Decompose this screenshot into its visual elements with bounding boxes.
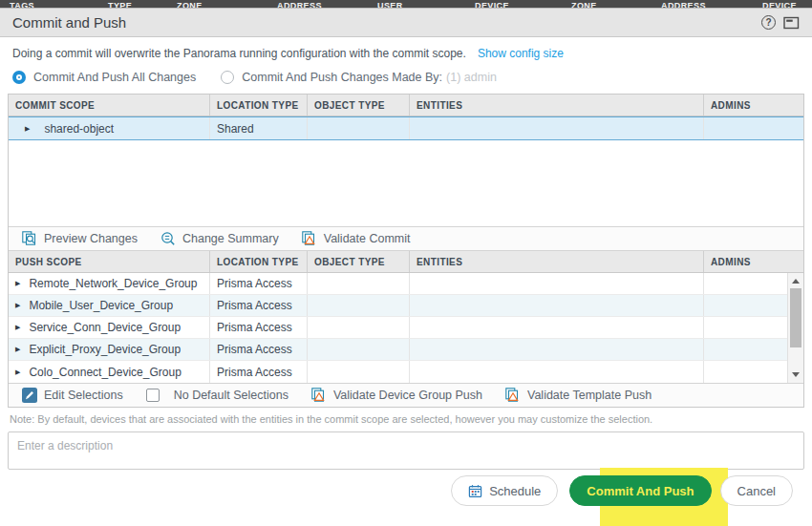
dialog-titlebar: Commit and Push ? bbox=[0, 9, 812, 37]
commit-scope-entities bbox=[409, 117, 703, 139]
window-restore-icon[interactable] bbox=[783, 16, 800, 30]
background-table-header: TAGS TYPE ZONE ADDRESS USER DEVICE ZONE … bbox=[0, 0, 812, 8]
dialog-title: Commit and Push bbox=[12, 14, 126, 31]
validate-device-group-push-icon bbox=[311, 388, 327, 403]
push-table-header: PUSH SCOPE LOCATION TYPE OBJECT TYPE ENT… bbox=[9, 251, 803, 273]
radio-commit-all-label: Commit And Push All Changes bbox=[33, 71, 196, 84]
table-row[interactable]: ▶Service_Conn_Device_Group Prisma Access bbox=[9, 317, 787, 339]
radio-unselected-icon[interactable] bbox=[221, 71, 234, 84]
push-table-body: ▶Remote_Network_Device_Group Prisma Acce… bbox=[9, 273, 803, 383]
note-text: Note: By default, devices that are assoc… bbox=[10, 413, 802, 425]
commit-col-location: LOCATION TYPE bbox=[209, 95, 307, 116]
bg-col-address: ADDRESS bbox=[277, 1, 322, 8]
radio-commit-by-detail: (1) admin bbox=[446, 71, 497, 84]
push-col-scope: PUSH SCOPE bbox=[9, 251, 209, 272]
expand-arrow-icon[interactable]: ▶ bbox=[15, 302, 20, 309]
commit-col-entities: ENTITIES bbox=[409, 95, 703, 116]
edit-pencil-icon bbox=[22, 388, 37, 403]
commit-scope-location: Shared bbox=[209, 117, 307, 139]
commit-and-push-button[interactable]: Commit And Push bbox=[569, 475, 711, 506]
bg-col-device: DEVICE bbox=[475, 1, 509, 8]
expand-arrow-icon[interactable]: ▶ bbox=[15, 280, 20, 287]
commit-table-header: COMMIT SCOPE LOCATION TYPE OBJECT TYPE E… bbox=[9, 95, 803, 116]
intro-text: Doing a commit will overwrite the Panora… bbox=[12, 47, 466, 60]
no-default-selections-option[interactable]: No Default Selections bbox=[146, 389, 288, 402]
table-row[interactable]: ▶Remote_Network_Device_Group Prisma Acce… bbox=[9, 273, 787, 295]
validate-template-push-button[interactable]: Validate Template Push bbox=[505, 388, 652, 403]
bg-col-user: USER bbox=[377, 1, 403, 8]
cancel-button[interactable]: Cancel bbox=[720, 475, 793, 506]
push-toolbar: Edit Selections No Default Selections Va… bbox=[9, 383, 803, 407]
commit-col-scope: COMMIT SCOPE bbox=[9, 95, 209, 116]
description-input[interactable] bbox=[8, 431, 804, 470]
radio-commit-by-label: Commit And Push Changes Made By: bbox=[242, 71, 442, 84]
change-summary-icon bbox=[160, 231, 176, 246]
bg-col-zone2: ZONE bbox=[571, 1, 597, 8]
commit-scope-object-type bbox=[307, 117, 409, 139]
vertical-scrollbar[interactable] bbox=[787, 273, 803, 383]
help-icon[interactable]: ? bbox=[761, 15, 776, 30]
validate-template-push-icon bbox=[505, 388, 521, 403]
expand-arrow-icon[interactable]: ▶ bbox=[15, 346, 20, 353]
validate-commit-icon bbox=[302, 231, 317, 246]
change-summary-button[interactable]: Change Summary bbox=[160, 231, 279, 246]
radio-selected-icon[interactable] bbox=[12, 71, 26, 84]
commit-scope-admins bbox=[703, 117, 803, 139]
bg-col-zone: ZONE bbox=[177, 1, 203, 8]
commit-and-push-dialog: Commit and Push ? Doing a commit will ov… bbox=[0, 8, 812, 526]
scrollbar-thumb[interactable] bbox=[790, 288, 801, 347]
radio-commit-by[interactable]: Commit And Push Changes Made By: (1) adm… bbox=[221, 71, 497, 84]
commit-scope-name: shared-object bbox=[44, 122, 114, 136]
expand-arrow-icon[interactable]: ▶ bbox=[25, 125, 30, 133]
commit-toolbar: Preview Changes Change Summary bbox=[9, 226, 803, 251]
table-row[interactable]: ▶Colo_Connect_Device_Group Prisma Access bbox=[9, 361, 787, 383]
table-row[interactable]: ▶ shared-object Shared bbox=[9, 116, 803, 140]
table-row[interactable]: ▶Explicit_Proxy_Device_Group Prisma Acce… bbox=[9, 339, 787, 361]
validate-commit-button[interactable]: Validate Commit bbox=[302, 231, 411, 246]
commit-col-object: OBJECT TYPE bbox=[307, 95, 409, 116]
push-col-entities: ENTITIES bbox=[409, 251, 703, 272]
preview-changes-icon bbox=[22, 231, 37, 246]
radio-commit-all[interactable]: Commit And Push All Changes bbox=[12, 71, 196, 84]
expand-arrow-icon[interactable]: ▶ bbox=[15, 368, 20, 376]
bg-col-tags: TAGS bbox=[10, 1, 34, 8]
no-default-selections-checkbox[interactable] bbox=[146, 389, 160, 402]
schedule-button[interactable]: Schedule bbox=[451, 475, 558, 506]
edit-selections-button[interactable]: Edit Selections bbox=[22, 388, 123, 403]
preview-changes-button[interactable]: Preview Changes bbox=[22, 231, 138, 246]
scope-tables-block: COMMIT SCOPE LOCATION TYPE OBJECT TYPE E… bbox=[8, 94, 804, 408]
calendar-icon bbox=[468, 484, 482, 498]
commit-col-admins: ADMINS bbox=[703, 95, 803, 116]
commit-table-empty-area bbox=[9, 140, 803, 226]
validate-device-group-push-button[interactable]: Validate Device Group Push bbox=[311, 388, 482, 403]
bg-col-address2: ADDRESS bbox=[661, 1, 706, 8]
page: TAGS TYPE ZONE ADDRESS USER DEVICE ZONE … bbox=[0, 0, 812, 526]
push-col-object: OBJECT TYPE bbox=[307, 251, 409, 272]
scroll-up-icon[interactable] bbox=[788, 274, 803, 288]
show-config-size-link[interactable]: Show config size bbox=[478, 47, 564, 60]
expand-arrow-icon[interactable]: ▶ bbox=[15, 324, 20, 331]
push-col-admins: ADMINS bbox=[703, 251, 803, 272]
push-col-location: LOCATION TYPE bbox=[209, 251, 307, 272]
bg-col-type: TYPE bbox=[108, 1, 132, 8]
dialog-footer: Schedule Commit And Push Cancel bbox=[0, 475, 812, 506]
bg-col-device2: DEVICE bbox=[762, 1, 797, 8]
scroll-down-icon[interactable] bbox=[788, 368, 803, 382]
table-row[interactable]: ▶Mobile_User_Device_Group Prisma Access bbox=[9, 295, 787, 317]
